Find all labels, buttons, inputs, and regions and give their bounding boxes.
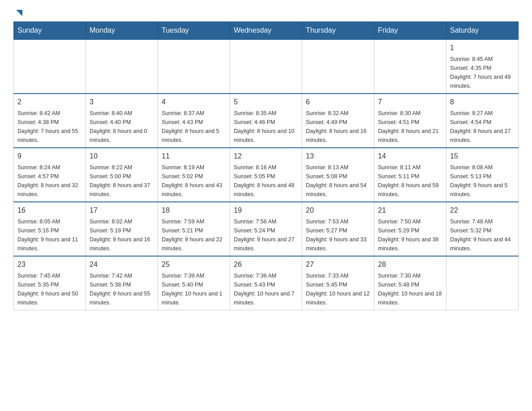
calendar-cell: 26Sunrise: 7:36 AM Sunset: 5:43 PM Dayli… (230, 256, 302, 310)
calendar-cell: 6Sunrise: 8:32 AM Sunset: 4:49 PM Daylig… (302, 94, 374, 148)
day-info: Sunrise: 8:19 AM Sunset: 5:02 PM Dayligh… (162, 163, 226, 199)
day-number: 24 (90, 259, 154, 270)
calendar-cell: 11Sunrise: 8:19 AM Sunset: 5:02 PM Dayli… (158, 148, 230, 202)
day-number: 28 (378, 259, 442, 270)
calendar-cell: 13Sunrise: 8:13 AM Sunset: 5:08 PM Dayli… (302, 148, 374, 202)
day-number: 9 (17, 151, 82, 162)
day-number: 11 (162, 151, 226, 162)
day-number: 26 (234, 259, 298, 270)
week-row-3: 9Sunrise: 8:24 AM Sunset: 4:57 PM Daylig… (14, 148, 519, 202)
day-info: Sunrise: 7:53 AM Sunset: 5:27 PM Dayligh… (306, 217, 370, 253)
day-info: Sunrise: 8:42 AM Sunset: 4:38 PM Dayligh… (17, 109, 82, 145)
day-info: Sunrise: 8:02 AM Sunset: 5:19 PM Dayligh… (90, 217, 154, 253)
day-info: Sunrise: 8:30 AM Sunset: 4:51 PM Dayligh… (378, 109, 442, 145)
day-info: Sunrise: 8:45 AM Sunset: 4:35 PM Dayligh… (450, 55, 515, 90)
day-info: Sunrise: 8:40 AM Sunset: 4:40 PM Dayligh… (90, 109, 154, 145)
week-row-4: 16Sunrise: 8:05 AM Sunset: 5:16 PM Dayli… (14, 202, 519, 256)
day-info: Sunrise: 8:05 AM Sunset: 5:16 PM Dayligh… (17, 217, 82, 253)
day-info: Sunrise: 8:13 AM Sunset: 5:08 PM Dayligh… (306, 163, 370, 199)
day-info: Sunrise: 8:22 AM Sunset: 5:00 PM Dayligh… (90, 163, 154, 199)
day-info: Sunrise: 7:30 AM Sunset: 5:48 PM Dayligh… (378, 271, 442, 307)
day-number: 16 (17, 205, 82, 216)
calendar-cell (14, 39, 86, 94)
calendar-header-thursday: Thursday (302, 22, 374, 40)
logo-arrow-icon (14, 9, 24, 19)
page-header (13, 9, 519, 17)
day-number: 10 (90, 151, 154, 162)
calendar-cell: 27Sunrise: 7:33 AM Sunset: 5:45 PM Dayli… (302, 256, 374, 310)
calendar-cell: 7Sunrise: 8:30 AM Sunset: 4:51 PM Daylig… (374, 94, 446, 148)
calendar-cell: 5Sunrise: 8:35 AM Sunset: 4:46 PM Daylig… (230, 94, 302, 148)
day-number: 6 (306, 97, 370, 107)
calendar-cell: 12Sunrise: 8:16 AM Sunset: 5:05 PM Dayli… (230, 148, 302, 202)
calendar-cell (302, 39, 374, 94)
day-number: 14 (378, 151, 442, 162)
calendar-cell: 2Sunrise: 8:42 AM Sunset: 4:38 PM Daylig… (14, 94, 86, 148)
day-number: 27 (306, 259, 370, 270)
calendar-cell: 4Sunrise: 8:37 AM Sunset: 4:43 PM Daylig… (158, 94, 230, 148)
calendar-cell: 22Sunrise: 7:48 AM Sunset: 5:32 PM Dayli… (446, 202, 519, 256)
day-info: Sunrise: 7:39 AM Sunset: 5:40 PM Dayligh… (162, 271, 226, 307)
day-number: 3 (90, 97, 154, 107)
day-number: 18 (162, 205, 226, 216)
day-info: Sunrise: 7:42 AM Sunset: 5:38 PM Dayligh… (90, 271, 154, 307)
calendar-cell: 9Sunrise: 8:24 AM Sunset: 4:57 PM Daylig… (14, 148, 86, 202)
day-number: 22 (450, 205, 515, 216)
calendar-header-wednesday: Wednesday (230, 22, 302, 40)
calendar-header-monday: Monday (86, 22, 158, 40)
calendar-header-friday: Friday (374, 22, 446, 40)
day-info: Sunrise: 7:59 AM Sunset: 5:21 PM Dayligh… (162, 217, 226, 253)
day-number: 13 (306, 151, 370, 162)
day-info: Sunrise: 8:27 AM Sunset: 4:54 PM Dayligh… (450, 109, 515, 145)
svg-marker-0 (16, 10, 22, 16)
calendar-cell: 1Sunrise: 8:45 AM Sunset: 4:35 PM Daylig… (446, 39, 519, 94)
day-info: Sunrise: 8:37 AM Sunset: 4:43 PM Dayligh… (162, 109, 226, 145)
day-number: 15 (450, 151, 515, 162)
day-info: Sunrise: 8:32 AM Sunset: 4:49 PM Dayligh… (306, 109, 370, 145)
calendar-cell: 3Sunrise: 8:40 AM Sunset: 4:40 PM Daylig… (86, 94, 158, 148)
calendar-cell: 25Sunrise: 7:39 AM Sunset: 5:40 PM Dayli… (158, 256, 230, 310)
calendar-cell: 14Sunrise: 8:11 AM Sunset: 5:11 PM Dayli… (374, 148, 446, 202)
day-info: Sunrise: 8:16 AM Sunset: 5:05 PM Dayligh… (234, 163, 298, 199)
calendar-cell (86, 39, 158, 94)
calendar-table: SundayMondayTuesdayWednesdayThursdayFrid… (13, 21, 519, 310)
day-info: Sunrise: 8:08 AM Sunset: 5:13 PM Dayligh… (450, 163, 515, 199)
day-number: 20 (306, 205, 370, 216)
day-number: 25 (162, 259, 226, 270)
day-number: 1 (450, 43, 515, 53)
calendar-cell: 16Sunrise: 8:05 AM Sunset: 5:16 PM Dayli… (14, 202, 86, 256)
calendar-cell: 15Sunrise: 8:08 AM Sunset: 5:13 PM Dayli… (446, 148, 519, 202)
calendar-cell: 24Sunrise: 7:42 AM Sunset: 5:38 PM Dayli… (86, 256, 158, 310)
calendar-cell: 18Sunrise: 7:59 AM Sunset: 5:21 PM Dayli… (158, 202, 230, 256)
calendar-cell: 23Sunrise: 7:45 AM Sunset: 5:35 PM Dayli… (14, 256, 86, 310)
day-info: Sunrise: 7:50 AM Sunset: 5:29 PM Dayligh… (378, 217, 442, 253)
week-row-2: 2Sunrise: 8:42 AM Sunset: 4:38 PM Daylig… (14, 94, 519, 148)
day-number: 8 (450, 97, 515, 107)
day-info: Sunrise: 7:48 AM Sunset: 5:32 PM Dayligh… (450, 217, 515, 253)
calendar-cell (230, 39, 302, 94)
day-info: Sunrise: 8:35 AM Sunset: 4:46 PM Dayligh… (234, 109, 298, 145)
day-number: 2 (17, 97, 82, 107)
day-number: 19 (234, 205, 298, 216)
calendar-header-sunday: Sunday (14, 22, 86, 40)
calendar-cell: 19Sunrise: 7:56 AM Sunset: 5:24 PM Dayli… (230, 202, 302, 256)
week-row-5: 23Sunrise: 7:45 AM Sunset: 5:35 PM Dayli… (14, 256, 519, 310)
calendar-cell: 10Sunrise: 8:22 AM Sunset: 5:00 PM Dayli… (86, 148, 158, 202)
calendar-cell: 21Sunrise: 7:50 AM Sunset: 5:29 PM Dayli… (374, 202, 446, 256)
day-number: 12 (234, 151, 298, 162)
day-info: Sunrise: 8:24 AM Sunset: 4:57 PM Dayligh… (17, 163, 82, 199)
calendar-cell (158, 39, 230, 94)
calendar-cell: 20Sunrise: 7:53 AM Sunset: 5:27 PM Dayli… (302, 202, 374, 256)
day-info: Sunrise: 8:11 AM Sunset: 5:11 PM Dayligh… (378, 163, 442, 199)
calendar-header-tuesday: Tuesday (158, 22, 230, 40)
logo (13, 9, 24, 17)
day-info: Sunrise: 7:45 AM Sunset: 5:35 PM Dayligh… (17, 271, 82, 307)
day-number: 17 (90, 205, 154, 216)
day-number: 5 (234, 97, 298, 107)
week-row-1: 1Sunrise: 8:45 AM Sunset: 4:35 PM Daylig… (14, 39, 519, 94)
calendar-cell: 8Sunrise: 8:27 AM Sunset: 4:54 PM Daylig… (446, 94, 519, 148)
day-number: 7 (378, 97, 442, 107)
calendar-cell (374, 39, 446, 94)
day-info: Sunrise: 7:56 AM Sunset: 5:24 PM Dayligh… (234, 217, 298, 253)
calendar-cell (446, 256, 519, 310)
